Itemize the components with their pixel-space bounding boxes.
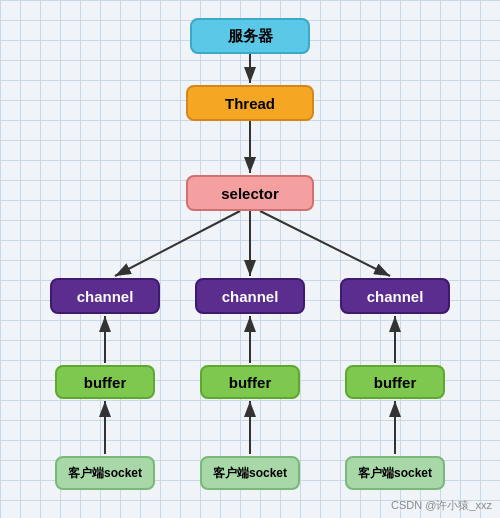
buffer-center-box: buffer — [200, 365, 300, 399]
thread-box: Thread — [186, 85, 314, 121]
buffer-right-box: buffer — [345, 365, 445, 399]
socket-center-box: 客户端socket — [200, 456, 300, 490]
watermark-text: CSDN @许小猿_xxz — [391, 499, 492, 511]
channel-left-label: channel — [77, 288, 134, 305]
socket-right-label: 客户端socket — [358, 465, 432, 482]
buffer-left-box: buffer — [55, 365, 155, 399]
thread-label: Thread — [225, 95, 275, 112]
server-label: 服务器 — [228, 27, 273, 46]
buffer-right-label: buffer — [374, 374, 417, 391]
socket-left-box: 客户端socket — [55, 456, 155, 490]
channel-center-label: channel — [222, 288, 279, 305]
svg-line-3 — [115, 211, 240, 276]
socket-right-box: 客户端socket — [345, 456, 445, 490]
svg-line-5 — [260, 211, 390, 276]
socket-center-label: 客户端socket — [213, 465, 287, 482]
channel-left-box: channel — [50, 278, 160, 314]
watermark: CSDN @许小猿_xxz — [391, 498, 492, 513]
channel-right-box: channel — [340, 278, 450, 314]
diagram: 服务器 Thread selector channel channel chan… — [0, 0, 500, 518]
buffer-center-label: buffer — [229, 374, 272, 391]
buffer-left-label: buffer — [84, 374, 127, 391]
channel-center-box: channel — [195, 278, 305, 314]
server-box: 服务器 — [190, 18, 310, 54]
arrows-svg — [0, 0, 500, 518]
channel-right-label: channel — [367, 288, 424, 305]
selector-label: selector — [221, 185, 279, 202]
socket-left-label: 客户端socket — [68, 465, 142, 482]
selector-box: selector — [186, 175, 314, 211]
